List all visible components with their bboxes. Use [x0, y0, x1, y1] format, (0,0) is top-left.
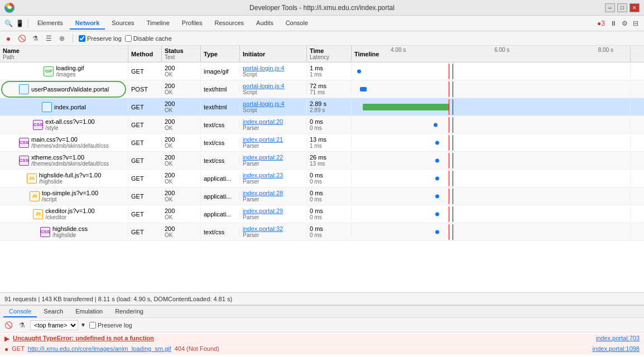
latency-value: 71 ms	[310, 89, 348, 95]
initiator-link[interactable]: portal-login.js:4	[243, 83, 304, 89]
settings-icon[interactable]: ⚙	[619, 18, 629, 28]
table-row[interactable]: GIF loading.gif /images GET 200 OK image…	[0, 62, 644, 80]
tab-resources[interactable]: Resources	[209, 17, 249, 30]
console-location-link[interactable]: index.portal:1098	[593, 345, 640, 352]
cell-type: text/html	[201, 85, 240, 94]
initiator-link[interactable]: index.portal:21	[243, 136, 304, 143]
list-view-button[interactable]: ☰	[44, 33, 54, 44]
error-count-badge: ●3	[597, 20, 605, 27]
table-row[interactable]: JS ckeditor.js?v=1.00 /ckeditor GET 200 …	[0, 205, 644, 223]
tab-audits[interactable]: Audits	[251, 17, 279, 30]
inspect-icon[interactable]: 🔍	[3, 18, 13, 28]
pause-icon[interactable]: ⏸	[608, 18, 618, 28]
file-type-icon: JS	[30, 191, 40, 201]
console-tab-search[interactable]: Search	[38, 306, 69, 317]
th-status: Status Text	[162, 46, 201, 62]
file-type-icon: CSS	[40, 227, 50, 237]
cell-status: 200 OK	[162, 135, 201, 150]
window-title: Developer Tools - http://i.xmu.edu.cn/in…	[249, 4, 395, 12]
network-toolbar: ● 🚫 ⚗ ☰ ⊕ Preserve log Disable cache	[0, 31, 644, 46]
close-button[interactable]: ✕	[629, 3, 640, 12]
table-row[interactable]: CSS main.css?v=1.00 /themes/xdmb/skins/d…	[0, 134, 644, 152]
disable-cache-checkbox[interactable]: Disable cache	[125, 35, 172, 42]
initiator-link[interactable]: index.portal:22	[243, 154, 304, 161]
status-text-cell: OK	[165, 232, 198, 238]
preserve-log-label: Preserve log	[87, 35, 122, 42]
file-path: /ckeditor	[45, 214, 94, 220]
time-value: 0 ms	[310, 172, 348, 178]
frame-select-input[interactable]: <top frame>	[30, 320, 78, 330]
time-value: 1 ms	[310, 65, 348, 71]
initiator-link[interactable]: portal-login.js:4	[243, 100, 304, 107]
cell-time: 72 ms 71 ms	[307, 81, 352, 97]
scale-6s: 6.00 s	[494, 47, 510, 53]
tab-console[interactable]: Console	[280, 17, 314, 30]
cell-time: 0 ms 0 ms	[307, 171, 352, 186]
console-filter-icon[interactable]: ⚗	[17, 320, 27, 330]
file-path: /style	[45, 125, 94, 131]
table-row[interactable]: index.portal GET 200 OK text/html portal…	[0, 98, 644, 116]
record-button[interactable]: ●	[3, 33, 13, 44]
cell-name: userPasswordValidate.portal	[0, 83, 128, 95]
chrome-icon	[4, 3, 15, 13]
maximize-button[interactable]: □	[617, 3, 627, 12]
status-text-cell: OK	[165, 214, 198, 220]
initiator-type: Parser	[243, 196, 304, 202]
device-icon[interactable]: 📱	[15, 18, 25, 28]
initiator-link[interactable]: index.portal:23	[243, 172, 304, 178]
console-preserve-log[interactable]: Preserve log	[89, 322, 132, 329]
method-text: POST	[131, 86, 158, 93]
table-row[interactable]: CSS highslide.css /highslide GET 200 OK …	[0, 223, 644, 241]
initiator-link[interactable]: index.portal:32	[243, 225, 304, 232]
cell-name: JS highslide-full.js?v=1.00 /highslide	[0, 171, 128, 186]
file-path: /themes/xdmb/skins/default/css	[31, 161, 109, 167]
method-text: GET	[131, 193, 158, 200]
table-body: GIF loading.gif /images GET 200 OK image…	[0, 62, 644, 292]
table-row[interactable]: CSS xtheme.css?v=1.00 /themes/xdmb/skins…	[0, 152, 644, 170]
file-type-icon: JS	[27, 173, 37, 184]
status-code: 200	[165, 225, 198, 232]
initiator-type: Parser	[243, 232, 304, 238]
tab-profiles[interactable]: Profiles	[176, 17, 208, 30]
cell-status: 200 OK	[162, 81, 201, 97]
status-code: 200	[165, 154, 198, 161]
status-text-cell: OK	[165, 178, 198, 185]
file-name: main.css?v=1.00	[31, 136, 109, 143]
console-clear-icon[interactable]: 🚫	[3, 320, 13, 330]
filter-button[interactable]: ⚗	[30, 33, 40, 44]
table-row[interactable]: CSS ext-all.css?v=1.00 /style GET 200 OK…	[0, 116, 644, 134]
dock-icon[interactable]: ⊟	[631, 18, 641, 28]
console-error-icon: ▶	[4, 335, 9, 342]
minimize-button[interactable]: ─	[605, 3, 615, 12]
initiator-link[interactable]: index.portal:20	[243, 118, 304, 125]
tab-sources[interactable]: Sources	[106, 17, 140, 30]
console-tab-console[interactable]: Console	[3, 306, 37, 317]
console-tabs: Console Search Emulation Rendering	[0, 305, 644, 318]
console-tab-emulation[interactable]: Emulation	[70, 306, 108, 317]
preserve-log-checkbox[interactable]: Preserve log	[79, 35, 122, 42]
table-row[interactable]: JS highslide-full.js?v=1.00 /highslide G…	[0, 170, 644, 187]
tab-network[interactable]: Network	[70, 17, 105, 30]
initiator-link[interactable]: portal-login.js:4	[243, 65, 304, 71]
cell-status: 200 OK	[162, 206, 201, 221]
time-value: 72 ms	[310, 83, 348, 89]
disable-cache-label: Disable cache	[133, 35, 172, 42]
tab-elements[interactable]: Elements	[32, 17, 69, 30]
clear-button[interactable]: 🚫	[17, 33, 27, 44]
time-value: 2.89 s	[310, 100, 348, 107]
table-row[interactable]: userPasswordValidate.portal POST 200 OK …	[0, 80, 644, 98]
initiator-link[interactable]: index.portal:29	[243, 208, 304, 214]
status-bar: 91 requests | 143 KB transferred | 8.11 …	[0, 292, 644, 305]
time-value: 0 ms	[310, 208, 348, 214]
console-tab-rendering[interactable]: Rendering	[109, 306, 149, 317]
cell-type: applicati...	[201, 210, 240, 219]
table-row[interactable]: JS top-simple.js?v=1.00 /script GET 200 …	[0, 187, 644, 205]
capture-icon[interactable]: ⊕	[57, 33, 67, 44]
initiator-link[interactable]: index.portal:28	[243, 190, 304, 196]
file-name: index.portal	[54, 104, 86, 110]
tab-timeline[interactable]: Timeline	[141, 17, 175, 30]
status-code: 200	[165, 136, 198, 143]
console-location-link[interactable]: index.portal:703	[596, 335, 640, 341]
file-path: /themes/xdmb/skins/default/css	[31, 143, 109, 149]
cell-status: 200 OK	[162, 64, 201, 79]
